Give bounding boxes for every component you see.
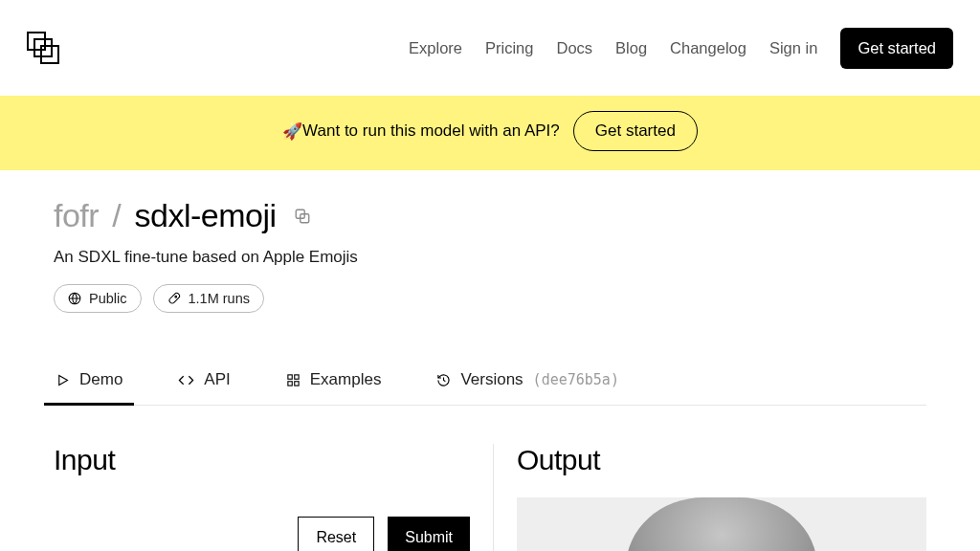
tab-api-label: API <box>204 370 230 389</box>
public-pill[interactable]: Public <box>54 284 142 313</box>
nav-changelog[interactable]: Changelog <box>670 39 746 57</box>
history-icon <box>436 373 451 387</box>
svg-rect-1 <box>34 39 52 56</box>
reset-button[interactable]: Reset <box>298 517 374 551</box>
version-hash: dee76b5a <box>533 371 619 388</box>
tab-examples-label: Examples <box>310 370 382 389</box>
model-name-link[interactable]: sdxl-emoji <box>135 197 277 234</box>
banner-message: Want to run this model with an API? <box>302 121 560 141</box>
main: fofr / sdxl-emoji An SDXL fine-tune base… <box>0 170 980 551</box>
svg-rect-10 <box>288 381 292 385</box>
runs-pill[interactable]: 1.1M runs <box>153 284 264 313</box>
svg-point-6 <box>174 296 176 298</box>
public-label: Public <box>89 291 127 306</box>
tab-api[interactable]: API <box>176 370 232 405</box>
nav-pricing[interactable]: Pricing <box>485 39 533 57</box>
owner-link[interactable]: fofr <box>54 197 99 234</box>
svg-rect-2 <box>41 46 58 63</box>
banner-text: 🚀 Want to run this model with an API? <box>282 121 560 142</box>
svg-rect-8 <box>288 374 292 378</box>
model-title-row: fofr / sdxl-emoji <box>54 197 926 234</box>
emoji-head-illustration <box>626 497 817 551</box>
svg-rect-0 <box>28 33 45 50</box>
tab-demo[interactable]: Demo <box>54 370 124 405</box>
rocket-outline-icon <box>167 292 181 305</box>
output-image[interactable] <box>517 497 926 551</box>
nav-docs[interactable]: Docs <box>556 39 592 57</box>
title-slash: / <box>112 197 121 234</box>
tab-demo-label: Demo <box>79 370 122 389</box>
api-banner: 🚀 Want to run this model with an API? Ge… <box>0 96 980 170</box>
play-icon <box>56 373 70 387</box>
meta-pills: Public 1.1M runs <box>54 284 926 313</box>
input-buttons: Reset Submit <box>54 517 470 551</box>
nav-blog[interactable]: Blog <box>615 39 647 57</box>
output-title: Output <box>517 444 926 476</box>
tab-examples[interactable]: Examples <box>284 370 384 405</box>
code-icon <box>178 372 194 388</box>
tab-versions-label: Versions <box>460 370 523 389</box>
runs-label: 1.1M runs <box>189 291 250 306</box>
tab-versions[interactable]: Versions dee76b5a <box>434 370 621 405</box>
model-subtitle: An SDXL fine-tune based on Apple Emojis <box>54 248 926 267</box>
panels: Input Reset Submit Output <box>54 444 926 551</box>
top-nav: Explore Pricing Docs Blog Changelog Sign… <box>409 28 953 69</box>
input-panel: Input Reset Submit <box>54 444 494 551</box>
rocket-icon: 🚀 <box>282 121 302 142</box>
svg-rect-11 <box>295 381 299 385</box>
copy-icon[interactable] <box>294 208 311 225</box>
submit-button[interactable]: Submit <box>388 517 470 551</box>
input-title: Input <box>54 444 470 476</box>
tabs: Demo API Examples Versions dee76b5a <box>54 370 926 406</box>
header: Explore Pricing Docs Blog Changelog Sign… <box>0 0 980 96</box>
logo[interactable] <box>27 32 59 64</box>
banner-cta-button[interactable]: Get started <box>573 111 698 151</box>
output-panel: Output <box>494 444 926 551</box>
globe-icon <box>68 292 81 305</box>
grid-icon <box>286 373 301 387</box>
nav-explore[interactable]: Explore <box>409 39 462 57</box>
svg-marker-7 <box>59 375 68 385</box>
nav-signin[interactable]: Sign in <box>769 39 817 57</box>
svg-rect-9 <box>295 374 299 378</box>
get-started-button[interactable]: Get started <box>840 28 953 69</box>
